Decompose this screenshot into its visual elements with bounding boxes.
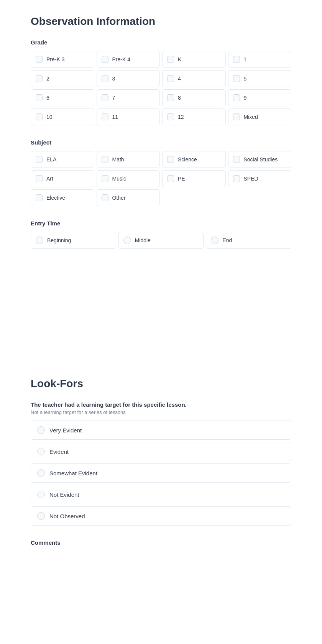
subject-option-sped[interactable]: SPED bbox=[228, 170, 292, 187]
grade-checkbox-2 bbox=[36, 75, 43, 82]
entry-time-section: Entry Time Beginning Middle End bbox=[31, 220, 291, 249]
radio-evident bbox=[37, 448, 45, 455]
label-not-observed: Not Observed bbox=[49, 513, 85, 519]
entry-time-radio-beginning bbox=[36, 237, 43, 244]
question-options: Very Evident Evident Somewhat Evident No… bbox=[31, 421, 291, 526]
option-somewhat-evident[interactable]: Somewhat Evident bbox=[31, 463, 291, 483]
grade-label-prek4: Pre-K 4 bbox=[112, 56, 130, 63]
subject-checkbox-math bbox=[102, 156, 108, 163]
grade-option-8[interactable]: 8 bbox=[162, 89, 226, 106]
subject-section: Subject ELA Math Science Social Studies … bbox=[31, 139, 291, 206]
question-title: The teacher had a learning target for th… bbox=[31, 401, 291, 408]
subject-checkbox-music bbox=[102, 175, 108, 182]
subject-option-science[interactable]: Science bbox=[162, 151, 226, 168]
question-subtitle: Not a learning target for a series of le… bbox=[31, 409, 291, 415]
entry-time-label-beginning: Beginning bbox=[47, 237, 71, 244]
grade-option-4[interactable]: 4 bbox=[162, 70, 226, 87]
grade-checkbox-4 bbox=[167, 75, 174, 82]
question-section: The teacher had a learning target for th… bbox=[31, 401, 291, 526]
grade-label-7: 7 bbox=[112, 94, 115, 101]
label-somewhat-evident: Somewhat Evident bbox=[49, 470, 97, 476]
page-container: Observation Information Grade Pre-K 3 Pr… bbox=[0, 0, 322, 565]
subject-label-social-studies: Social Studies bbox=[244, 156, 278, 163]
subject-checkbox-social-studies bbox=[233, 156, 240, 163]
grade-option-9[interactable]: 9 bbox=[228, 89, 292, 106]
grade-option-mixed[interactable]: Mixed bbox=[228, 108, 292, 125]
entry-time-grid: Beginning Middle End bbox=[31, 232, 291, 249]
subject-label-science: Science bbox=[178, 156, 197, 163]
subject-label-pe: PE bbox=[178, 175, 185, 182]
subject-checkbox-art bbox=[36, 175, 43, 182]
radio-very-evident bbox=[37, 426, 45, 434]
grade-label: Grade bbox=[31, 39, 291, 46]
subject-checkbox-sped bbox=[233, 175, 240, 182]
subject-label-other: Other bbox=[112, 194, 126, 201]
subject-option-pe[interactable]: PE bbox=[162, 170, 226, 187]
grade-checkbox-9 bbox=[233, 94, 240, 101]
grade-label-prek3: Pre-K 3 bbox=[46, 56, 64, 63]
entry-time-label: Entry Time bbox=[31, 220, 291, 227]
grade-label-12: 12 bbox=[178, 113, 184, 120]
grade-option-12[interactable]: 12 bbox=[162, 108, 226, 125]
look-fors-section: Look-Fors The teacher had a learning tar… bbox=[31, 378, 291, 549]
subject-option-art[interactable]: Art bbox=[31, 170, 94, 187]
subject-option-music[interactable]: Music bbox=[97, 170, 160, 187]
subject-option-elective[interactable]: Elective bbox=[31, 189, 94, 206]
grade-option-6[interactable]: 6 bbox=[31, 89, 94, 106]
option-not-observed[interactable]: Not Observed bbox=[31, 506, 291, 526]
grade-label-5: 5 bbox=[244, 75, 247, 82]
grade-checkbox-6 bbox=[36, 94, 43, 101]
grade-checkbox-7 bbox=[102, 94, 108, 101]
grade-checkbox-8 bbox=[167, 94, 174, 101]
grade-option-k[interactable]: K bbox=[162, 51, 226, 68]
grade-option-10[interactable]: 10 bbox=[31, 108, 94, 125]
option-not-evident[interactable]: Not Evident bbox=[31, 485, 291, 504]
entry-time-option-beginning[interactable]: Beginning bbox=[31, 232, 116, 249]
subject-option-math[interactable]: Math bbox=[97, 151, 160, 168]
subject-label-music: Music bbox=[112, 175, 127, 182]
subject-checkbox-other bbox=[102, 194, 108, 201]
option-very-evident[interactable]: Very Evident bbox=[31, 421, 291, 440]
option-evident[interactable]: Evident bbox=[31, 442, 291, 461]
radio-not-observed bbox=[37, 512, 45, 520]
subject-checkbox-elective bbox=[36, 194, 43, 201]
grade-option-prek3[interactable]: Pre-K 3 bbox=[31, 51, 94, 68]
grade-label-8: 8 bbox=[178, 94, 181, 101]
entry-time-radio-middle bbox=[123, 237, 131, 244]
subject-label-art: Art bbox=[46, 175, 53, 182]
grade-checkbox-12 bbox=[167, 113, 174, 120]
grade-option-3[interactable]: 3 bbox=[97, 70, 160, 87]
grade-checkbox-5 bbox=[233, 75, 240, 82]
label-not-evident: Not Evident bbox=[49, 491, 79, 498]
look-fors-title: Look-Fors bbox=[31, 378, 291, 390]
grade-checkbox-prek4 bbox=[102, 56, 108, 63]
grade-label-k: K bbox=[178, 56, 181, 63]
label-very-evident: Very Evident bbox=[49, 427, 82, 434]
grade-label-2: 2 bbox=[46, 75, 49, 82]
grade-option-7[interactable]: 7 bbox=[97, 89, 160, 106]
subject-label-math: Math bbox=[112, 156, 124, 163]
subject-label-ela: ELA bbox=[46, 156, 56, 163]
grade-checkbox-1 bbox=[233, 56, 240, 63]
subject-label: Subject bbox=[31, 139, 291, 146]
grade-checkbox-10 bbox=[36, 113, 43, 120]
subject-checkbox-science bbox=[167, 156, 174, 163]
entry-time-option-end[interactable]: End bbox=[206, 232, 291, 249]
grade-label-10: 10 bbox=[46, 113, 53, 120]
label-evident: Evident bbox=[49, 449, 69, 455]
comments-label: Comments bbox=[31, 539, 291, 549]
grade-option-1[interactable]: 1 bbox=[228, 51, 292, 68]
grade-label-11: 11 bbox=[112, 113, 118, 120]
spacer bbox=[31, 263, 291, 378]
subject-checkbox-ela bbox=[36, 156, 43, 163]
grade-option-prek4[interactable]: Pre-K 4 bbox=[97, 51, 160, 68]
grade-label-6: 6 bbox=[46, 94, 49, 101]
grade-label-1: 1 bbox=[244, 56, 247, 63]
grade-option-5[interactable]: 5 bbox=[228, 70, 292, 87]
entry-time-option-middle[interactable]: Middle bbox=[118, 232, 204, 249]
grade-option-2[interactable]: 2 bbox=[31, 70, 94, 87]
subject-option-social-studies[interactable]: Social Studies bbox=[228, 151, 292, 168]
subject-option-other[interactable]: Other bbox=[97, 189, 160, 206]
subject-option-ela[interactable]: ELA bbox=[31, 151, 94, 168]
grade-option-11[interactable]: 11 bbox=[97, 108, 160, 125]
